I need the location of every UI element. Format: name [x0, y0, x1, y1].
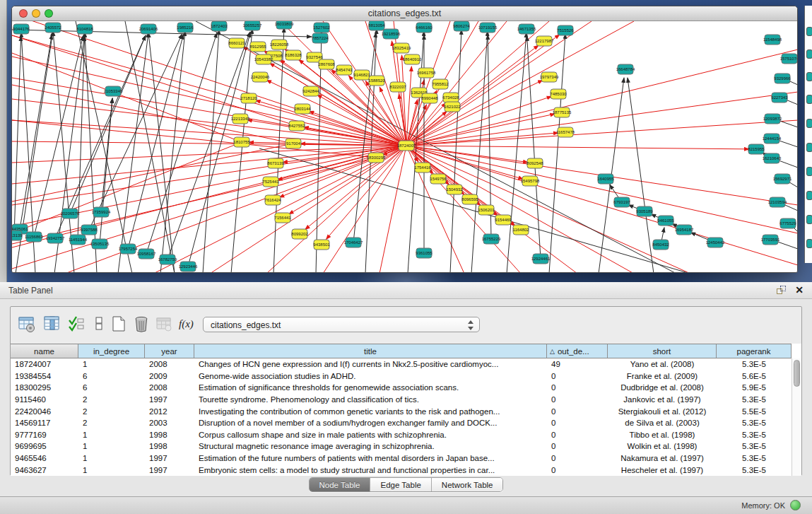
- graph-node[interactable]: 17703591: [761, 235, 780, 245]
- table-row[interactable]: 2242004622012Investigating the contribut…: [11, 405, 792, 417]
- graph-node[interactable]: 8096595: [461, 194, 478, 204]
- graph-node[interactable]: 21053346: [104, 86, 123, 96]
- citation-edge-black[interactable]: [259, 148, 690, 272]
- graph-node[interactable]: 6734028: [442, 93, 459, 103]
- new-table-icon[interactable]: [110, 315, 129, 334]
- graph-node[interactable]: 9461055: [657, 216, 674, 226]
- function-builder-icon[interactable]: f(x): [179, 315, 199, 334]
- graph-node[interactable]: 8912955: [249, 42, 266, 52]
- graph-node[interactable]: 13505135: [90, 239, 110, 249]
- citation-edge-black[interactable]: [128, 35, 183, 249]
- graph-node[interactable]: 8215955: [748, 144, 765, 154]
- graph-node[interactable]: 1506201: [478, 205, 495, 215]
- citation-edge-black[interactable]: [507, 33, 526, 272]
- citation-edge-black[interactable]: [34, 36, 83, 237]
- graph-node[interactable]: 8186328: [285, 50, 302, 60]
- citation-edge-red[interactable]: [12, 120, 376, 158]
- graph-node[interactable]: 16648784: [616, 64, 635, 74]
- column-header-name[interactable]: name: [11, 344, 78, 358]
- citation-edge-red[interactable]: [12, 146, 406, 163]
- graph-node[interactable]: 1549756: [430, 174, 447, 184]
- graph-node[interactable]: 12923446: [179, 262, 198, 271]
- graph-node[interactable]: 11156863: [25, 232, 43, 242]
- graph-node[interactable]: 15692971: [773, 174, 792, 184]
- table-row[interactable]: 969969511998Structural magnetic resonanc…: [11, 440, 792, 452]
- graph-node[interactable]: 8990448: [421, 93, 438, 103]
- citation-edge-black[interactable]: [450, 30, 461, 272]
- column-header-pagerank[interactable]: pagerank: [717, 344, 792, 358]
- graph-node[interactable]: 9154469: [495, 215, 512, 225]
- vertical-scrollbar[interactable]: [792, 358, 801, 476]
- citation-edge-red[interactable]: [406, 49, 797, 146]
- citation-edge-red[interactable]: [210, 146, 406, 272]
- graph-node[interactable]: 18640910: [403, 54, 422, 64]
- graph-node[interactable]: 6793197: [613, 197, 630, 207]
- citation-edge-red[interactable]: [406, 146, 749, 149]
- citation-edge-black[interactable]: [14, 36, 21, 235]
- graph-node[interactable]: 8104818: [76, 24, 93, 34]
- citation-edge-black[interactable]: [148, 33, 175, 272]
- graph-node[interactable]: 2718120: [240, 93, 257, 103]
- graph-node[interactable]: 19342757: [46, 233, 65, 243]
- graph-node[interactable]: 18724007: [397, 141, 416, 151]
- graph-node[interactable]: 8450432: [652, 240, 669, 250]
- graph-node[interactable]: 18775135: [553, 107, 572, 117]
- graph-node[interactable]: 17359924: [92, 207, 111, 217]
- graph-node[interactable]: 7485030: [550, 89, 567, 99]
- graph-node[interactable]: 16755229: [482, 234, 501, 244]
- delete-table-icon[interactable]: [132, 315, 152, 334]
- graph-node[interactable]: 8660123: [228, 38, 245, 48]
- graph-node[interactable]: 2803144: [294, 104, 311, 114]
- graph-node[interactable]: 2867608: [318, 59, 335, 69]
- graph-node[interactable]: 10719155: [478, 23, 498, 33]
- graph-node[interactable]: 18300295: [367, 153, 386, 163]
- graph-node[interactable]: 917004: [286, 139, 301, 148]
- graph-node[interactable]: 9305189: [636, 206, 653, 216]
- graph-node[interactable]: 9397588: [81, 225, 98, 235]
- graph-node[interactable]: 17957254: [119, 244, 138, 254]
- citation-edge-red[interactable]: [406, 96, 552, 146]
- citation-edge-black[interactable]: [125, 21, 175, 272]
- citation-edge-red[interactable]: [289, 146, 406, 214]
- citation-edge-black[interactable]: [160, 31, 185, 272]
- citation-edge-red[interactable]: [406, 92, 797, 146]
- graph-node[interactable]: 11548498: [763, 35, 782, 45]
- graph-node[interactable]: 9329966: [774, 74, 791, 83]
- graph-node[interactable]: 10958167: [137, 249, 156, 259]
- graph-node[interactable]: 7857224: [312, 33, 329, 43]
- citation-edge-red[interactable]: [406, 146, 634, 272]
- graph-node[interactable]: 1588520: [368, 76, 385, 86]
- graph-node[interactable]: 9242844: [302, 86, 319, 96]
- graph-node[interactable]: 12444154: [763, 134, 782, 144]
- memory-ok-indicator[interactable]: [790, 500, 801, 510]
- graph-node[interactable]: 8427552: [288, 121, 305, 131]
- graph-node[interactable]: 7525441: [262, 177, 279, 187]
- close-panel-button[interactable]: ✕: [795, 284, 804, 296]
- graph-node[interactable]: 16210643: [763, 153, 782, 163]
- column-header-out_de[interactable]: △out_de...: [547, 344, 608, 358]
- graph-node[interactable]: 7156441: [274, 213, 291, 223]
- graph-node[interactable]: 22420046: [251, 72, 270, 82]
- graph-node[interactable]: 16954187: [675, 225, 694, 235]
- graph-node[interactable]: 1985216: [177, 23, 194, 33]
- graph-node[interactable]: 11657478: [556, 127, 575, 137]
- graph-node[interactable]: 15751074: [780, 54, 797, 64]
- citation-edge-red[interactable]: [247, 120, 406, 146]
- citation-edge-black[interactable]: [203, 30, 219, 272]
- network-canvas[interactable]: 1872400786601238912955182260589327508818…: [12, 21, 797, 272]
- graph-node[interactable]: 8099202: [291, 229, 308, 239]
- table-row[interactable]: 911546021997Tourette syndrome. Phenomeno…: [11, 394, 792, 406]
- graph-node[interactable]: 20691406: [139, 24, 158, 34]
- graph-node[interactable]: 12103594: [768, 197, 787, 207]
- graph-node[interactable]: 15495798: [521, 176, 540, 186]
- tab-node-table[interactable]: Node Table: [310, 478, 371, 491]
- graph-node[interactable]: 19797349: [540, 72, 559, 82]
- graph-node[interactable]: 9438501: [313, 240, 330, 250]
- table-row[interactable]: 977716911998Corpus callosum shape and si…: [11, 429, 792, 441]
- graph-node[interactable]: 9806274: [453, 21, 470, 31]
- graph-node[interactable]: 8092548: [526, 158, 543, 168]
- graph-node[interactable]: 2405572: [45, 23, 61, 33]
- graph-node[interactable]: 16961758: [417, 68, 436, 78]
- graph-node[interactable]: 12924461: [531, 254, 551, 264]
- select-rows-icon[interactable]: [67, 315, 87, 334]
